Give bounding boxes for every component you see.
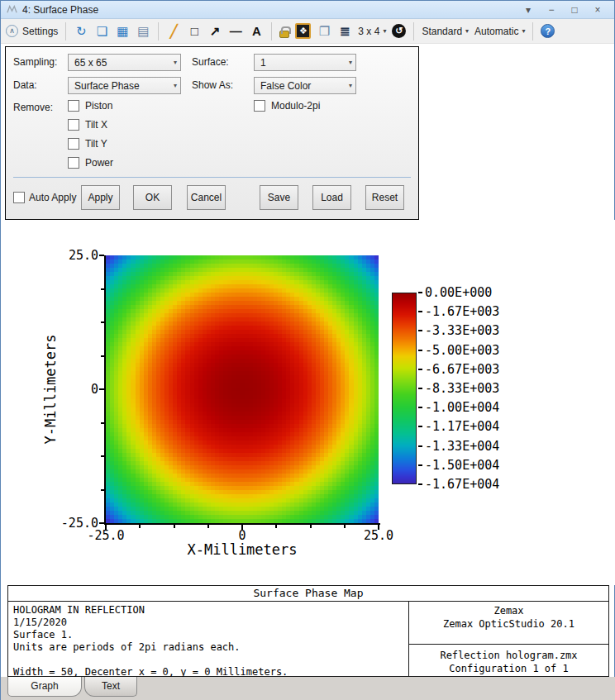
auto-apply-checkbox[interactable] xyxy=(13,192,25,203)
chart-title: Surface Phase Map xyxy=(8,586,608,602)
y-axis-tick xyxy=(101,355,104,357)
tilt-x-label: Tilt X xyxy=(85,119,107,131)
footer-app-version: Zemax OpticStudio 20.1 xyxy=(409,617,608,631)
tab-strip: Graph Text xyxy=(1,677,615,700)
text-icon[interactable]: A xyxy=(249,22,264,40)
colorbar-tick xyxy=(418,407,422,408)
chevron-down-icon: ▾ xyxy=(383,27,386,35)
colorbar-tick xyxy=(418,311,422,312)
settings-panel: Sampling: 65 x 65 ▾ Surface: 1 ▾ Data: S… xyxy=(5,46,419,220)
piston-checkbox[interactable] xyxy=(68,100,79,112)
x-tick-label: 0 xyxy=(238,528,246,543)
surface-select[interactable]: 1 ▾ xyxy=(254,54,356,71)
save-image-icon[interactable]: ▦ xyxy=(115,22,130,40)
window-title: 4: Surface Phase xyxy=(22,4,98,16)
arrow-icon[interactable]: ↗ xyxy=(207,22,222,40)
tab-graph[interactable]: Graph xyxy=(7,677,82,697)
colorbar-tick xyxy=(418,330,422,331)
standard-dropdown[interactable]: Standard ▾ xyxy=(422,26,469,37)
help-icon[interactable]: ? xyxy=(541,24,555,38)
sampling-label: Sampling: xyxy=(13,54,57,71)
y-tick-label: 25.0 xyxy=(60,248,98,263)
data-value: Surface Phase xyxy=(74,80,174,92)
colorbar-tick-label: -1.50E+004 xyxy=(425,458,499,473)
y-axis-tick xyxy=(99,388,104,390)
copy-icon[interactable]: ❏ xyxy=(94,22,109,40)
print-icon[interactable]: ▤ xyxy=(136,22,150,40)
data-label: Data: xyxy=(13,77,37,94)
colorbar-tick-label: -1.00E+004 xyxy=(425,400,499,415)
maximize-button[interactable]: □ xyxy=(563,2,586,18)
tab-text[interactable]: Text xyxy=(84,677,137,697)
history-icon[interactable]: ↺ xyxy=(392,24,406,38)
x-axis-tick xyxy=(139,525,141,528)
y-tick-label: -25.0 xyxy=(60,516,98,531)
y-axis-tick xyxy=(101,489,104,491)
colorbar-tick xyxy=(418,445,422,447)
x-tick-label: 25.0 xyxy=(364,528,393,543)
automatic-dropdown[interactable]: Automatic ▾ xyxy=(474,26,525,37)
footer-configuration: Configuration 1 of 1 xyxy=(409,662,608,675)
tilt-y-checkbox[interactable] xyxy=(68,138,79,150)
modulo-2pi-checkbox[interactable] xyxy=(254,100,265,112)
power-checkbox[interactable] xyxy=(68,157,79,169)
y-axis-tick xyxy=(101,288,104,290)
show-as-label: Show As: xyxy=(192,77,233,94)
footer-line xyxy=(13,654,408,666)
phase-map-canvas xyxy=(106,255,379,523)
tilt-x-checkbox[interactable] xyxy=(68,119,79,131)
settings-button[interactable]: ∧ Settings xyxy=(6,25,58,37)
colorbar-tick-label: -8.33E+003 xyxy=(425,381,499,396)
surface-phase-window: 4: Surface Phase ▾ − □ × ∧ Settings ↻ ❏ … xyxy=(0,0,615,700)
chevron-down-icon: ▾ xyxy=(174,59,177,66)
tilt-y-label: Tilt Y xyxy=(85,138,107,150)
y-axis-tick xyxy=(99,522,104,524)
surface-value: 1 xyxy=(260,57,349,69)
footer-line: Surface 1. xyxy=(13,629,408,641)
cancel-button[interactable]: Cancel xyxy=(187,185,226,210)
footer-line: 1/15/2020 xyxy=(13,617,408,629)
title-bar: 4: Surface Phase ▾ − □ × xyxy=(1,1,614,19)
line-icon[interactable]: — xyxy=(228,22,243,40)
refresh-icon[interactable]: ↻ xyxy=(74,22,88,40)
cascade-window-icon[interactable]: ❐ xyxy=(317,22,331,40)
sampling-value: 65 x 65 xyxy=(74,57,174,69)
y-axis-tick xyxy=(101,422,104,424)
show-as-value: False Color xyxy=(260,80,349,92)
footer-line: HOLOGRAM IN REFLECTION xyxy=(13,604,408,617)
modulo-2pi-label: Modulo-2pi xyxy=(271,100,320,112)
tile-window-icon[interactable]: ❖ xyxy=(295,23,311,39)
close-button[interactable]: × xyxy=(586,2,609,18)
minimize-button[interactable]: − xyxy=(540,2,563,18)
footer-panel: Surface Phase Map HOLOGRAM IN REFLECTION… xyxy=(7,585,609,677)
zemax-logo-icon xyxy=(6,3,18,16)
chevron-down-icon: ▾ xyxy=(522,27,525,35)
colorbar-tick-label: 0.00E+000 xyxy=(425,285,492,300)
y-tick-label: 0 xyxy=(60,382,98,397)
window-pin-button[interactable]: ▾ xyxy=(517,2,540,18)
colorbar-tick xyxy=(418,388,422,389)
toolbar-separator xyxy=(158,22,159,40)
save-button[interactable]: Save xyxy=(260,185,298,210)
layers-icon[interactable]: ≣ xyxy=(337,22,352,40)
ok-button[interactable]: OK xyxy=(133,185,172,210)
sampling-select[interactable]: 65 x 65 ▾ xyxy=(68,54,181,71)
apply-button[interactable]: Apply xyxy=(81,185,120,210)
colorbar-tick xyxy=(418,369,422,370)
settings-separator xyxy=(13,177,411,178)
colorbar-tick-label: -1.67E+004 xyxy=(425,477,499,492)
lock-icon[interactable] xyxy=(279,31,289,38)
colorbar-tick xyxy=(418,464,422,466)
reset-button[interactable]: Reset xyxy=(365,185,404,210)
pencil-icon[interactable]: ╱ xyxy=(166,22,181,40)
footer-app-name: Zemax xyxy=(409,604,608,617)
footer-file-block: Reflection hologram.zmx Configuration 1 … xyxy=(409,645,608,676)
data-select[interactable]: Surface Phase ▾ xyxy=(68,77,181,94)
show-as-select[interactable]: False Color ▾ xyxy=(254,77,356,94)
toolbar-separator xyxy=(413,22,414,40)
x-axis-tick xyxy=(207,525,209,528)
grid-size-dropdown[interactable]: 3 x 4 ▾ xyxy=(358,26,386,37)
rectangle-icon[interactable]: □ xyxy=(187,22,202,40)
y-axis-tick xyxy=(99,255,104,256)
load-button[interactable]: Load xyxy=(312,185,351,210)
